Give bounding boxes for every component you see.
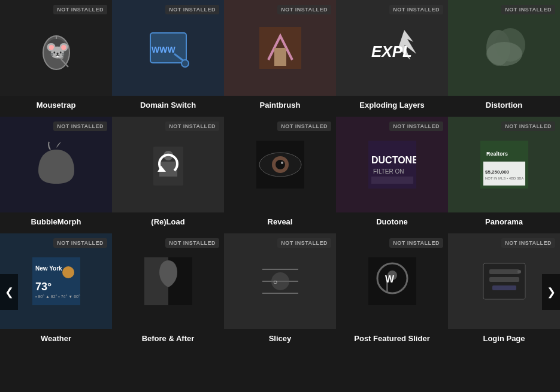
svg-text:DUCTONE: DUCTONE (371, 155, 416, 165)
plugin-thumb-distortion: NOT INSTALLED (448, 0, 560, 96)
plugin-item-distortion[interactable]: NOT INSTALLED Distortion (448, 0, 560, 117)
not-installed-badge-domain-switch: NOT INSTALLED (165, 5, 219, 14)
not-installed-badge-weather: NOT INSTALLED (53, 238, 107, 248)
plugin-item-mousetrap[interactable]: 🐭 NOT INSTALLED Mousetrap (0, 0, 112, 117)
plugin-name-reload: (Re)Load (151, 217, 184, 226)
not-installed-badge-paintbrush: NOT INSTALLED (277, 5, 331, 14)
plugin-name-distortion: Distortion (486, 101, 522, 110)
svg-rect-11 (274, 48, 286, 66)
plugin-name-panorama: Panorama (485, 217, 523, 226)
plugin-name-bubblemorph: BubbleMorph (31, 217, 81, 226)
svg-text:FILTER ON: FILTER ON (373, 168, 404, 175)
plugin-thumb-reveal: NOT INSTALLED (224, 117, 336, 212)
plugin-item-paintbrush[interactable]: NOT INSTALLED Paintbrush (224, 0, 336, 117)
svg-point-9 (181, 60, 189, 67)
svg-point-24 (276, 160, 285, 169)
not-installed-badge-before-after: NOT INSTALLED (165, 238, 219, 248)
svg-text:$5,250,000: $5,250,000 (485, 169, 510, 175)
not-installed-badge-duotone: NOT INSTALLED (389, 121, 443, 131)
svg-text:New York: New York (35, 265, 62, 272)
svg-text:NOT IN MLS • 4BD 3BA: NOT IN MLS • 4BD 3BA (485, 177, 523, 180)
plugin-thumb-post-featured-slider: W NOT INSTALLED (336, 233, 448, 329)
not-installed-badge-distortion: NOT INSTALLED (501, 5, 555, 14)
plugin-item-duotone[interactable]: DUCTONE FILTER ON NOT INSTALLED Duotone (336, 117, 448, 233)
plugin-name-weather: Weather (41, 334, 71, 343)
not-installed-badge-slicey: NOT INSTALLED (277, 238, 331, 248)
not-installed-badge-panorama: NOT INSTALLED (501, 121, 555, 131)
svg-text:🐭: 🐭 (46, 39, 69, 62)
plugin-thumb-before-after: NOT INSTALLED (112, 233, 224, 329)
plugin-name-login-page: Login Page (483, 334, 525, 343)
nav-prev-arrow[interactable]: ❮ (0, 274, 18, 310)
plugin-thumb-paintbrush: NOT INSTALLED (224, 0, 336, 96)
plugin-item-reveal[interactable]: NOT INSTALLED Reveal (224, 117, 336, 233)
svg-text:WWW: WWW (152, 45, 175, 54)
plugin-grid: 🐭 NOT INSTALLED Mousetrap WWW NOT INSTAL… (0, 0, 560, 350)
plugin-item-bubblemorph[interactable]: NOT INSTALLED BubbleMorph (0, 117, 112, 233)
plugin-item-reload[interactable]: NOT INSTALLED (Re)Load (112, 117, 224, 233)
plugin-thumb-duotone: DUCTONE FILTER ON NOT INSTALLED (336, 117, 448, 212)
not-installed-badge-mousetrap: NOT INSTALLED (53, 5, 107, 14)
plugin-name-reveal: Reveal (268, 217, 293, 226)
plugin-thumb-panorama: $5,250,000 NOT IN MLS • 4BD 3BA Realtors… (448, 117, 560, 212)
svg-rect-54 (489, 269, 519, 274)
not-installed-badge-reload: NOT INSTALLED (165, 121, 219, 131)
svg-point-25 (281, 162, 283, 164)
svg-text:• 80°  ▲ 82°  • 74°  ▼ 60°: • 80° ▲ 82° • 74° ▼ 60° (35, 294, 80, 299)
svg-text:W: W (385, 274, 395, 284)
not-installed-badge-reveal: NOT INSTALLED (277, 121, 331, 131)
svg-point-57 (517, 270, 521, 274)
plugin-name-post-featured-slider: Post Featured Slider (354, 334, 429, 343)
plugin-name-mousetrap: Mousetrap (37, 101, 76, 110)
plugin-name-slicey: Slicey (269, 334, 292, 343)
not-installed-badge-bubblemorph: NOT INSTALLED (53, 121, 107, 131)
plugin-thumb-mousetrap: 🐭 NOT INSTALLED (0, 0, 112, 96)
plugin-thumb-slicey: ○ NOT INSTALLED (224, 233, 336, 329)
plugin-thumb-bubblemorph: NOT INSTALLED (0, 117, 112, 212)
svg-text:○: ○ (273, 278, 277, 286)
not-installed-badge-exploding-layers: NOT INSTALLED (389, 5, 443, 14)
svg-point-39 (62, 266, 74, 278)
plugin-thumb-domain-switch: WWW NOT INSTALLED (112, 0, 224, 96)
plugin-item-exploding-layers[interactable]: EXPL NOT INSTALLED Exploding Layers (336, 0, 448, 117)
plugin-thumb-reload: NOT INSTALLED (112, 117, 224, 212)
plugin-name-before-after: Before & After (142, 334, 195, 343)
not-installed-badge-login-page: NOT INSTALLED (501, 238, 555, 248)
plugin-name-paintbrush: Paintbrush (260, 101, 301, 110)
plugin-item-slicey[interactable]: ○ NOT INSTALLED Slicey (224, 233, 336, 350)
nav-next-arrow[interactable]: ❯ (542, 274, 560, 310)
not-installed-badge-post-featured-slider: NOT INSTALLED (389, 238, 443, 248)
plugin-item-domain-switch[interactable]: WWW NOT INSTALLED Domain Switch (112, 0, 224, 117)
svg-point-16 (486, 42, 522, 66)
svg-rect-29 (371, 177, 413, 184)
svg-rect-56 (492, 285, 516, 290)
plugin-name-exploding-layers: Exploding Layers (359, 101, 424, 110)
plugin-item-panorama[interactable]: $5,250,000 NOT IN MLS • 4BD 3BA Realtors… (448, 117, 560, 233)
plugin-name-domain-switch: Domain Switch (140, 101, 196, 110)
plugin-thumb-exploding-layers: EXPL NOT INSTALLED (336, 0, 448, 96)
plugin-item-before-after[interactable]: NOT INSTALLED Before & After (112, 233, 224, 350)
plugin-name-duotone: Duotone (376, 217, 408, 226)
svg-text:73°: 73° (35, 281, 52, 293)
svg-text:Realtors: Realtors (486, 151, 508, 157)
svg-rect-55 (489, 277, 519, 282)
plugin-row-3: New York 73° • 80° ▲ 82° • 74° ▼ 60° NOT… (0, 233, 560, 350)
plugin-item-post-featured-slider[interactable]: W NOT INSTALLED Post Featured Slider (336, 233, 448, 350)
